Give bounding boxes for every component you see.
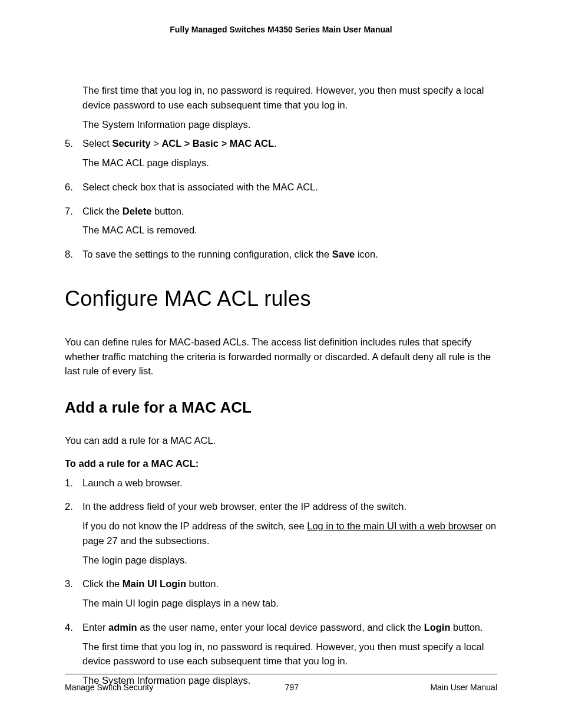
subsection-heading: Add a rule for a MAC ACL	[65, 396, 497, 419]
step-number: 5.	[65, 136, 82, 175]
step-text: Select check box that is associated with…	[82, 180, 497, 195]
step-8: 8. To save the settings to the running c…	[65, 247, 497, 266]
steps-list-top: 5. Select Security > ACL > Basic > MAC A…	[65, 136, 497, 266]
step-subtext: If you do not know the IP address of the…	[82, 519, 497, 548]
step-subtext: The login page displays.	[82, 553, 497, 568]
step-number: 6.	[65, 180, 82, 199]
procedure-title: To add a rule for a MAC ACL:	[65, 456, 497, 471]
step-number: 3.	[65, 577, 82, 615]
section-heading: Configure MAC ACL rules	[65, 283, 497, 315]
step-3: 3. Click the Main UI Login button. The m…	[65, 577, 497, 615]
step-6: 6. Select check box that is associated w…	[65, 180, 497, 199]
footer-right: Main User Manual	[430, 681, 497, 694]
section-intro: You can define rules for MAC-based ACLs.…	[65, 335, 497, 378]
step-5: 5. Select Security > ACL > Basic > MAC A…	[65, 136, 497, 175]
step-2: 2. In the address field of your web brow…	[65, 499, 497, 572]
step-text: Enter admin as the user name, enter your…	[82, 620, 497, 635]
continuation-para-2: The System Information page displays.	[82, 117, 497, 132]
step-number: 2.	[65, 499, 82, 572]
step-number: 7.	[65, 204, 82, 243]
footer-left: Manage Switch Security	[65, 681, 153, 694]
footer-page-number: 797	[285, 681, 299, 694]
step-text: To save the settings to the running conf…	[82, 247, 497, 262]
step-text: Select Security > ACL > Basic > MAC ACL.	[82, 136, 497, 151]
step-number: 1.	[65, 476, 82, 495]
step-text: Launch a web browser.	[82, 476, 497, 490]
subsection-intro: You can add a rule for a MAC ACL.	[65, 433, 497, 448]
step-number: 8.	[65, 247, 82, 266]
step-text: Click the Delete button.	[82, 204, 497, 219]
step-subtext: The main UI login page displays in a new…	[82, 596, 497, 611]
step-1: 1. Launch a web browser.	[65, 476, 497, 495]
step-subtext: The MAC ACL is removed.	[82, 223, 497, 238]
steps-list-procedure: 1. Launch a web browser. 2. In the addre…	[65, 476, 497, 693]
step-text: Click the Main UI Login button.	[82, 577, 497, 591]
cross-reference-link[interactable]: Log in to the main UI with a web browser	[307, 521, 482, 531]
document-header: Fully Managed Switches M4350 Series Main…	[65, 24, 497, 36]
step-7: 7. Click the Delete button. The MAC ACL …	[65, 204, 497, 243]
continuation-para-1: The first time that you log in, no passw…	[82, 83, 497, 113]
step-subtext: The first time that you log in, no passw…	[82, 640, 497, 669]
page-footer: Manage Switch Security 797 Main User Man…	[65, 674, 497, 694]
step-text: In the address field of your web browser…	[82, 499, 497, 514]
step-subtext: The MAC ACL page displays.	[82, 156, 497, 170]
